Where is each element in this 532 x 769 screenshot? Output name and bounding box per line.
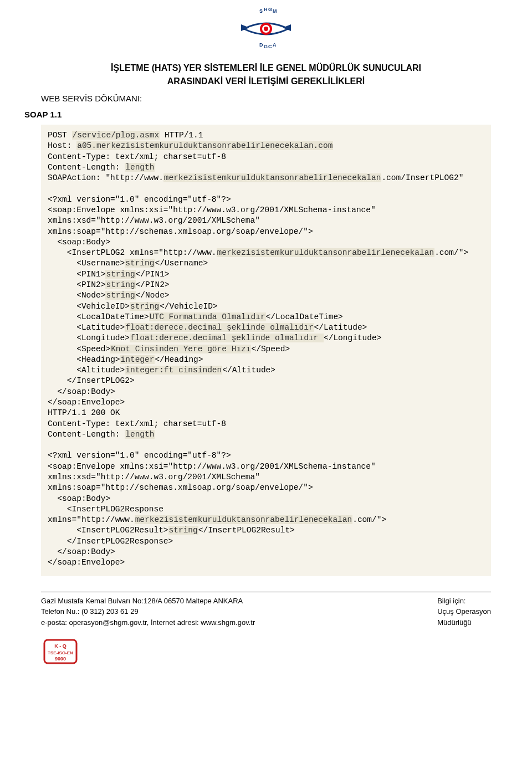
doc-subtitle: WEB SERVİS DÖKÜMANI: <box>41 94 491 103</box>
soap-version-heading: SOAP 1.1 <box>24 110 491 119</box>
footer-divider <box>41 592 491 592</box>
footer-dept-2: Müdürlüğü <box>437 617 491 628</box>
footer: Gazi Mustafa Kemal Bulvarı No:128/A 0657… <box>41 596 491 628</box>
svg-text:H: H <box>264 8 268 12</box>
svg-text:A: A <box>273 42 277 48</box>
svg-text:S: S <box>259 8 263 14</box>
footer-phone: Telefon Nu.: (0 312) 203 61 29 <box>41 606 255 617</box>
svg-text:9000: 9000 <box>55 656 66 662</box>
doc-title-line2: ARASINDAKİ VERİ İLETİŞİMİ GEREKLİLİKLERİ <box>41 75 491 88</box>
svg-text:TSE-ISO-EN: TSE-ISO-EN <box>48 650 73 655</box>
svg-text:C: C <box>268 44 272 49</box>
svg-text:D: D <box>259 42 263 48</box>
footer-dept-1: Uçuş Operasyon <box>437 606 491 617</box>
doc-title-line1: İŞLETME (HATS) YER SİSTEMLERİ İLE GENEL … <box>41 61 491 75</box>
certification-badge: K - Q TSE-ISO-EN 9000 <box>41 638 491 668</box>
header-logo: S H G M D G C A <box>41 8 491 52</box>
svg-point-2 <box>264 27 268 31</box>
soap-code-block: POST /service/plog.asmx HTTP/1.1 Host: a… <box>41 125 491 576</box>
svg-text:M: M <box>273 8 277 14</box>
shgm-dgca-logo: S H G M D G C A <box>227 8 305 49</box>
svg-text:K - Q: K - Q <box>54 643 66 649</box>
svg-text:G: G <box>264 44 268 49</box>
footer-email: e-posta: operasyon@shgm.gov.tr, İnternet… <box>41 617 255 628</box>
footer-address: Gazi Mustafa Kemal Bulvarı No:128/A 0657… <box>41 596 255 607</box>
footer-info-label: Bilgi için: <box>437 596 491 607</box>
svg-text:G: G <box>268 8 272 12</box>
